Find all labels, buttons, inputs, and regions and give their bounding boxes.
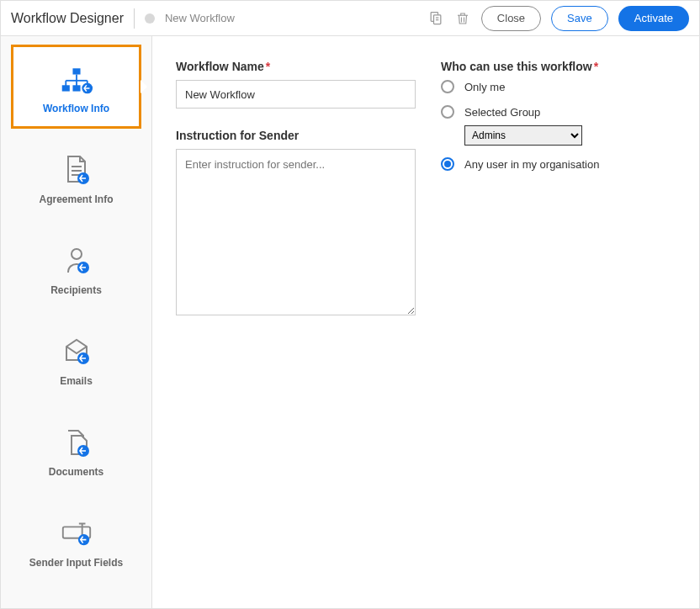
required-asterisk: * [594,60,598,73]
close-button[interactable]: Close [481,6,541,31]
svg-rect-12 [61,85,69,91]
app-title: Workflow Designer [11,11,124,26]
group-select-wrap: Admins [464,125,676,146]
sidebar-item-agreement-info[interactable]: Agreement Info [11,135,141,220]
emails-icon [60,335,93,368]
workflow-name-input[interactable] [176,80,416,109]
workflow-info-icon [60,62,93,96]
sidebar-item-label: Emails [60,375,93,387]
status-dot-icon [145,13,155,24]
sidebar-item-label: Workflow Info [43,103,109,114]
instruction-field-group: Instruction for Sender [176,129,416,319]
workflow-name-label: Workflow Name* [176,60,416,73]
header-divider [134,8,135,29]
main-panel: Workflow Name* Instruction for Sender Wh… [152,36,699,608]
sidebar-item-label: Recipients [50,284,102,296]
save-button[interactable]: Save [551,6,608,31]
sidebar-item-recipients[interactable]: Recipients [11,226,141,310]
instruction-label: Instruction for Sender [176,129,416,142]
sidebar-item-workflow-info[interactable]: Workflow Info [11,45,141,129]
radio-icon [441,105,454,119]
form-right-column: Who can use this workflow* Only me Selec… [441,60,676,585]
trash-icon[interactable] [454,10,471,27]
svg-rect-13 [72,85,80,91]
radio-label: Only me [464,81,505,93]
activate-button[interactable]: Activate [618,6,689,31]
radio-icon [441,80,454,93]
access-label-text: Who can use this workflow [441,60,592,73]
radio-icon [441,157,454,171]
svg-rect-11 [72,68,80,74]
workflow-name-field-group: Workflow Name* [176,60,416,109]
sidebar-item-documents[interactable]: Documents [11,408,141,492]
radio-label: Any user in my organisation [464,158,599,171]
workflow-name-crumb: New Workflow [165,12,235,24]
sender-input-fields-icon [60,516,93,550]
header-bar: Workflow Designer New Workflow Close Sav… [1,1,699,36]
sidebar-item-label: Documents [49,466,103,478]
svg-point-20 [72,249,82,259]
radio-only-me[interactable]: Only me [441,80,676,93]
agreement-info-icon [60,153,93,187]
access-field-group: Who can use this workflow* Only me Selec… [441,60,676,171]
sidebar-item-sender-input-fields[interactable]: Sender Input Fields [11,499,141,583]
access-label: Who can use this workflow* [441,60,676,73]
required-asterisk: * [266,60,270,73]
documents-icon [60,426,93,459]
radio-any-user[interactable]: Any user in my organisation [441,157,676,171]
group-select[interactable]: Admins [464,125,582,146]
radio-selected-group[interactable]: Selected Group [441,105,676,119]
sidebar-item-label: Agreement Info [39,193,113,205]
form-left-column: Workflow Name* Instruction for Sender [176,60,416,585]
sidebar: Workflow Info Agreement Info [1,36,152,608]
instruction-textarea[interactable] [176,149,416,315]
app-root: Workflow Designer New Workflow Close Sav… [0,0,700,609]
sidebar-item-emails[interactable]: Emails [11,317,141,401]
copy-icon[interactable] [427,10,444,27]
recipients-icon [60,244,93,278]
body: Workflow Info Agreement Info [1,36,699,608]
workflow-name-label-text: Workflow Name [176,60,264,73]
radio-label: Selected Group [464,106,540,119]
sidebar-item-label: Sender Input Fields [29,557,123,569]
